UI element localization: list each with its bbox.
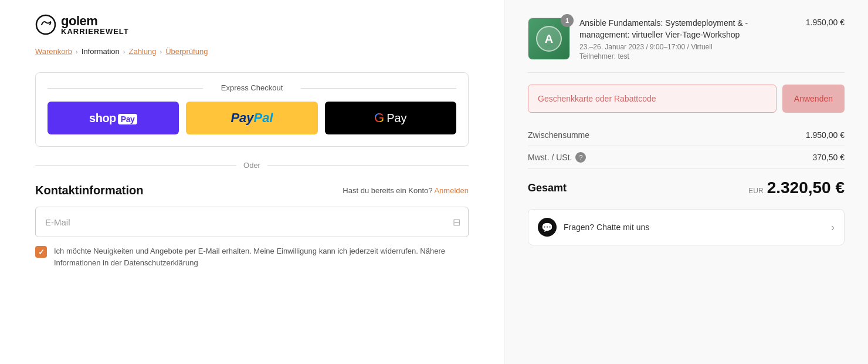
product-badge: 1 [561,14,574,27]
left-panel: golem KARRIEREWELT Warenkorb › Informati… [0,0,504,364]
breadcrumb-zahlung[interactable]: Zahlung [129,47,157,56]
express-checkout-title: Express Checkout [48,83,456,92]
tax-value: 370,50 € [813,153,845,162]
breadcrumb-information: Information [82,47,120,56]
breadcrumb-sep-1: › [76,48,78,55]
chat-arrow-icon: › [831,221,835,234]
subtotal-label: Zwischensumme [528,130,589,140]
shop-pay-button[interactable]: shopPay [48,102,179,134]
logo-top: golem [61,15,129,28]
right-panel: A 1 Ansible Fundamentals: Systemdeployme… [504,0,868,364]
subtotal-row: Zwischensumme 1.950,00 € [528,124,845,146]
email-input-wrapper: ⊟ [35,207,469,237]
logo-icon [35,14,56,35]
tax-label: Mwst. / USt. ? [528,152,586,163]
svg-point-0 [36,15,55,34]
logo: golem KARRIEREWELT [35,14,469,35]
breadcrumb-sep-2: › [123,48,126,55]
contact-card-icon: ⊟ [453,217,460,228]
contact-header: Kontaktinformation Hast du bereits ein K… [35,184,469,197]
gpay-label: G Pay [374,110,407,126]
product-price: 1.950,00 € [806,18,845,27]
shop-pay-label: shopPay [89,112,137,125]
chat-left: 💬 Fragen? Chatte mit uns [538,218,649,237]
oder-line-right [267,165,469,166]
product-item: A 1 Ansible Fundamentals: Systemdeployme… [528,18,845,73]
payment-buttons: shopPay PayPal G Pay [48,102,456,134]
express-checkout-container: Express Checkout shopPay PayPal G Pay [35,72,469,147]
total-label: Gesamt [528,182,567,194]
gpay-button[interactable]: G Pay [325,102,456,134]
logo-text: golem KARRIEREWELT [61,15,129,35]
gpay-g-letter: G [374,110,384,126]
product-info: Ansible Fundamentals: Systemdeployment &… [579,18,796,60]
paypal-label: PayPal [230,110,273,126]
product-image-letter: A [536,26,562,52]
chat-bubble-icon: 💬 [538,218,557,237]
oder-line-left [35,165,236,166]
discount-row: Anwenden [528,85,845,113]
tax-help-icon[interactable]: ? [575,152,586,163]
total-amount: 2.320,50 € [767,178,845,197]
breadcrumb-warenkorb[interactable]: Warenkorb [35,47,72,56]
chat-support-row[interactable]: 💬 Fragen? Chatte mit uns › [528,209,845,245]
subtotal-value: 1.950,00 € [806,130,845,140]
oder-divider: Oder [35,161,469,170]
email-field[interactable] [35,207,469,237]
product-image-wrap: A 1 [528,18,570,60]
discount-apply-button[interactable]: Anwenden [782,85,845,113]
breadcrumb-sep-3: › [160,48,162,55]
product-date: 23.–26. Januar 2023 / 9:00–17:00 / Virtu… [579,43,796,51]
contact-title: Kontaktinformation [35,184,143,197]
login-link[interactable]: Anmelden [434,186,469,195]
breadcrumb: Warenkorb › Information › Zahlung › Über… [35,47,469,56]
oder-text: Oder [243,161,260,170]
chat-text: Fragen? Chatte mit uns [564,223,649,232]
newsletter-checkbox[interactable]: ✓ [35,246,47,258]
newsletter-label: Ich möchte Neuigkeiten und Angebote per … [54,245,469,268]
paypal-button[interactable]: PayPal [186,102,317,134]
logo-bottom: KARRIEREWELT [61,28,129,35]
breadcrumb-ueberpruefung[interactable]: Überprüfung [165,47,208,56]
product-name: Ansible Fundamentals: Systemdeployment &… [579,18,796,41]
discount-input[interactable] [528,85,777,113]
total-value: EUR 2.320,50 € [748,178,845,197]
total-row: Gesamt EUR 2.320,50 € [528,169,845,209]
tax-row: Mwst. / USt. ? 370,50 € [528,146,845,169]
product-participant: Teilnehmer: test [579,52,796,60]
gpay-pay-text: Pay [386,112,406,125]
total-currency: EUR [748,187,763,195]
checkbox-check-icon: ✓ [38,248,45,257]
newsletter-row[interactable]: ✓ Ich möchte Neuigkeiten und Angebote pe… [35,245,469,268]
login-prompt: Hast du bereits ein Konto? Anmelden [343,186,469,195]
